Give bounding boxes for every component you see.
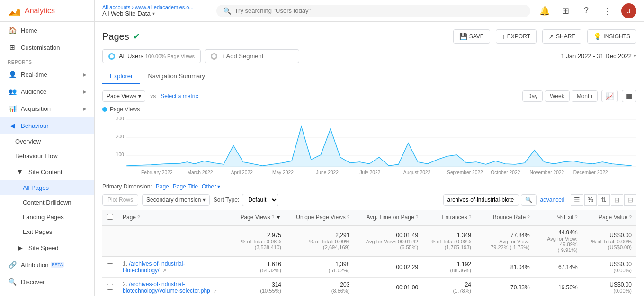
page-title-dimension-link[interactable]: Page Title xyxy=(173,183,198,190)
search-icon: 🔍 xyxy=(223,7,231,15)
row-page-value: US$0.00 (0.00%) xyxy=(582,278,636,296)
sort-type-row: Sort Type: Default xyxy=(214,194,278,206)
share-button[interactable]: ↗ SHARE xyxy=(542,29,581,44)
select-all-checkbox[interactable] xyxy=(107,214,113,220)
table-view-button[interactable]: ☰ xyxy=(571,194,583,206)
bounce-rate-column-header[interactable]: Bounce Rate ? xyxy=(476,210,535,225)
other-dimension-dropdown[interactable]: Other ▾ xyxy=(202,183,220,190)
property-selector[interactable]: All Web Site Data ▾ xyxy=(102,10,201,17)
page-views-help-icon[interactable]: ? xyxy=(272,215,275,220)
add-segment-pill[interactable]: + Add Segment xyxy=(205,49,299,63)
metric-dropdown-arrow: ▾ xyxy=(138,93,141,99)
page-link[interactable]: /archives-of-industrial-biotechnology/vo… xyxy=(123,281,210,294)
page-value-column-header[interactable]: Page Value ? xyxy=(582,210,636,225)
audience-icon: 👥 xyxy=(8,87,17,96)
avg-time-help-icon[interactable]: ? xyxy=(416,215,419,220)
sidebar-item-site-content[interactable]: ▼ Site Content xyxy=(0,163,94,180)
row-bounce-rate: 70.83% xyxy=(476,278,535,296)
line-chart-icon[interactable]: 📈 xyxy=(601,90,618,102)
sidebar-item-customisation[interactable]: ⊞ Customisation xyxy=(0,39,94,56)
page-column-header[interactable]: Page ? xyxy=(118,210,226,225)
table-search-input[interactable] xyxy=(443,194,519,206)
avatar[interactable]: J xyxy=(621,3,636,18)
more-options-icon[interactable]: ⋮ xyxy=(600,4,614,18)
row-checkbox[interactable] xyxy=(107,263,113,269)
day-button[interactable]: Day xyxy=(522,90,543,102)
external-link-icon[interactable]: ↗ xyxy=(162,268,166,273)
insights-button[interactable]: 💡 INSIGHTS xyxy=(587,29,636,44)
tab-navigation-summary[interactable]: Navigation Summary xyxy=(140,69,213,84)
sidebar-item-behaviour-flow[interactable]: Behaviour Flow xyxy=(0,149,94,163)
help-icon[interactable]: ? xyxy=(580,4,593,18)
pct-exit-column-header[interactable]: % Exit ? xyxy=(535,210,582,225)
search-input[interactable] xyxy=(235,7,524,14)
sidebar-item-realtime[interactable]: 👤 Real-time ▶ xyxy=(0,66,94,83)
sidebar-item-content-drilldown[interactable]: Content Drilldown xyxy=(0,195,94,210)
page-help-icon[interactable]: ? xyxy=(137,215,140,220)
bounce-rate-help-icon[interactable]: ? xyxy=(527,215,530,220)
sidebar-item-attribution[interactable]: 🔗 Attribution BETA xyxy=(0,256,94,273)
sidebar-item-overview[interactable]: Overview xyxy=(0,134,94,149)
sidebar-item-admin[interactable]: ⚙ Admin xyxy=(0,290,94,296)
sidebar-item-audience[interactable]: 👥 Audience ▶ xyxy=(0,83,94,100)
external-link-icon[interactable]: ↗ xyxy=(213,288,217,294)
sidebar-item-landing-pages[interactable]: Landing Pages xyxy=(0,210,94,224)
save-button[interactable]: 💾 SAVE xyxy=(453,29,490,44)
sidebar-item-site-speed[interactable]: ▶ Site Speed xyxy=(0,239,94,256)
entrances-help-icon[interactable]: ? xyxy=(468,215,471,220)
tab-explorer[interactable]: Explorer xyxy=(102,69,140,84)
reports-section-label: REPORTS xyxy=(0,56,94,66)
sidebar-item-behaviour[interactable]: ◀ Behaviour xyxy=(0,117,94,134)
topbar: All accounts › www.alliedacademies.o... … xyxy=(95,0,644,22)
avg-time-column-header[interactable]: Avg. Time on Page ? xyxy=(354,210,423,225)
advanced-link[interactable]: advanced xyxy=(540,197,565,203)
x-label-mar: March 2022 xyxy=(187,170,213,175)
page-views-dropdown[interactable]: Page Views ▾ xyxy=(102,90,145,102)
row-page-views: 314 (10.55%) xyxy=(226,278,286,296)
entrances-column-header[interactable]: Entrances ? xyxy=(423,210,476,225)
bar-chart-icon[interactable]: ▦ xyxy=(622,90,636,102)
unique-page-views-help-icon[interactable]: ? xyxy=(347,215,350,220)
unique-page-views-column-header[interactable]: Unique Page Views ? xyxy=(286,210,354,225)
percent-view-button[interactable]: % xyxy=(584,194,597,206)
chart-area xyxy=(126,126,631,167)
select-all-header[interactable] xyxy=(102,210,118,225)
page-dimension-link[interactable]: Page xyxy=(156,183,169,190)
row-pct-exit: 16.56% xyxy=(535,278,582,296)
row-checkbox[interactable] xyxy=(107,284,113,290)
discover-icon: 🔍 xyxy=(8,277,17,287)
date-range[interactable]: 1 Jan 2022 - 31 Dec 2022 ▾ xyxy=(561,53,636,60)
select-metric-link[interactable]: Select a metric xyxy=(161,93,198,99)
topbar-actions: 🔔 ⊞ ? ⋮ J xyxy=(538,3,636,18)
all-users-segment[interactable]: All Users 100.00% Page Views xyxy=(102,49,201,63)
x-label-dec: December 2022 xyxy=(573,170,608,175)
sidebar: Analytics 🏠 Home ⊞ Customisation REPORTS… xyxy=(0,0,95,296)
page-link[interactable]: /archives-of-industrial-biotechnology/ xyxy=(123,260,185,274)
export-button[interactable]: ↑ EXPORT xyxy=(496,29,537,44)
summary-unique-page-views: 2,291 % of Total: 0.09% (2,694,169) xyxy=(286,225,354,257)
notifications-icon[interactable]: 🔔 xyxy=(538,4,551,18)
compare-view-button[interactable]: ⇅ xyxy=(598,194,610,206)
secondary-dimension-button[interactable]: Secondary dimension ▾ xyxy=(142,194,210,206)
x-label-sep: September 2022 xyxy=(447,170,483,175)
sort-type-dropdown[interactable]: Default xyxy=(242,194,278,206)
week-button[interactable]: Week xyxy=(545,90,569,102)
table-search-button[interactable]: 🔍 xyxy=(521,194,537,206)
search-bar[interactable]: 🔍 xyxy=(216,5,530,17)
pivot-view-button[interactable]: ⊞ xyxy=(611,194,623,206)
apps-icon[interactable]: ⊞ xyxy=(559,4,572,18)
table-row: 1. /archives-of-industrial-biotechnology… xyxy=(102,257,636,278)
pct-exit-help-icon[interactable]: ? xyxy=(575,215,578,220)
page-value-help-icon[interactable]: ? xyxy=(629,215,632,220)
insights-icon: 💡 xyxy=(593,33,601,40)
sidebar-item-all-pages[interactable]: All Pages xyxy=(0,180,94,195)
sidebar-item-acquisition[interactable]: 📊 Acquisition ▶ xyxy=(0,100,94,117)
sidebar-nav: 🏠 Home ⊞ Customisation REPORTS 👤 Real-ti… xyxy=(0,22,94,296)
page-views-column-header[interactable]: Page Views ? ▼ xyxy=(226,210,286,225)
plot-rows-button[interactable]: Plot Rows xyxy=(102,194,138,206)
sidebar-item-exit-pages[interactable]: Exit Pages xyxy=(0,224,94,239)
sidebar-item-home[interactable]: 🏠 Home xyxy=(0,22,94,39)
sidebar-item-discover[interactable]: 🔍 Discover xyxy=(0,273,94,290)
month-button[interactable]: Month xyxy=(572,90,598,102)
custom-view-button[interactable]: ⊟ xyxy=(624,194,636,206)
